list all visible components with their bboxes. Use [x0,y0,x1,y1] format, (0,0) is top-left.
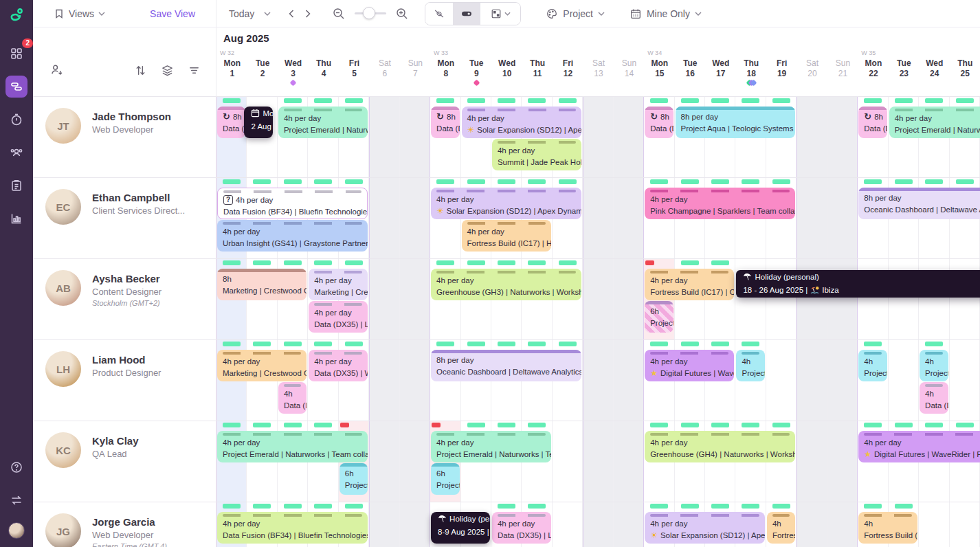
sidebar-item-dashboard[interactable]: 2 [5,43,27,65]
block-hours: 4h per day [498,145,535,156]
prev-period-button[interactable] [289,10,294,18]
capacity-tick [895,423,913,427]
person-role: Web Developer [92,530,167,540]
capacity-tick [681,260,699,265]
block-stripe [217,107,245,110]
schedule-block[interactable]: 4h per dayFortress Build (IC17) | Cre [645,269,734,300]
capacity-tick [314,423,332,427]
holiday-block[interactable]: Mov2 Aug | I [244,107,272,138]
person-row[interactable]: KCKyla ClayQA Lead [33,421,216,502]
schedule-block[interactable]: ↻8hData (DX35) [431,107,459,138]
schedule-block[interactable]: 4h per day☀Solar Expansion (SD12) | Apex… [462,107,582,138]
schedule-block[interactable]: 8h per dayProject Aqua | Teologic System… [676,107,796,138]
person-role: Web Developer [92,124,171,135]
schedule-block[interactable]: ?4h per dayData Fusion (BF34) | Bluefin … [217,188,368,219]
capacity-tick [467,423,485,427]
schedule-block[interactable]: 4hProject A [858,350,887,381]
block-title: Data (DX35) | Lim [498,530,551,541]
schedule-block[interactable]: 4h per dayMarketing | Crestwood Co [217,350,307,381]
sidebar-item-reports[interactable] [5,208,27,230]
person-row[interactable]: ABAysha BeckerContent DesignerStockholm … [33,258,216,339]
schedule-block[interactable]: 4hProject A [920,350,948,381]
schedule-block[interactable]: 4h per dayGreenhouse (GH3) | Naturworks … [431,269,581,300]
schedule-block[interactable]: 4hFortress Build (IC [858,512,917,544]
schedule-block[interactable]: 4h per dayData (DX35) | Lim [309,301,368,333]
day-cell [797,421,827,502]
schedule-block[interactable]: ↻8hData (DX35) [217,107,245,138]
schedule-block[interactable]: 4h per day☀Solar Expansion (SD12) | Apex… [431,188,581,219]
compact-blocks-toggle[interactable] [453,3,480,25]
sidebar-item-schedule[interactable] [5,76,27,98]
user-avatar[interactable] [8,522,25,539]
zoom-out-icon[interactable] [333,8,345,20]
filter-icon[interactable] [188,64,201,77]
block-line-1: 4h per day [858,436,980,448]
schedule-block[interactable]: 4hData (DX35) [278,382,307,414]
schedule-block[interactable]: 4h per dayFortress Build (IC17) | Heli [462,220,551,252]
sidebar-item-time-tracking[interactable] [5,109,27,131]
day-cell [553,421,583,502]
schedule-block[interactable]: 8hMarketing | Crestwood Co [217,269,307,300]
sidebar-item-people[interactable] [5,142,27,164]
week-label [676,49,705,58]
block-stripe [223,433,362,436]
mine-only-dropdown[interactable]: Mine Only [630,8,702,20]
person-row[interactable]: JTJade ThompsonWeb Developer [33,96,216,177]
block-line-1: 4h [858,355,887,367]
block-stripe [645,107,673,110]
zoom-slider-knob[interactable] [363,7,375,19]
zoom-slider[interactable] [355,12,386,14]
save-view-button[interactable]: Save View [150,8,195,19]
repeat-icon: ↻ [864,113,871,121]
layers-icon[interactable] [161,64,174,77]
add-person-icon[interactable] [49,63,64,77]
block-line-1: 4h [767,517,795,529]
capacity-tick [284,342,302,346]
grid-layout-dropdown[interactable] [480,3,520,25]
block-line-2: 2 Aug | I [244,120,272,133]
person-row[interactable]: LHLiam HoodProduct Designer [33,339,216,421]
schedule-block[interactable]: 4h per dayData (DX35) | Lim [492,512,551,544]
links-off-toggle[interactable] [425,3,453,25]
schedule-block[interactable]: ↻8hData (DX35) [858,107,887,138]
schedule-block[interactable]: 4h per dayProject Emerald | Naturworks |… [431,431,551,462]
schedule-block[interactable]: 4h per dayMarketing | Crest [309,269,368,300]
schedule-block[interactable]: 4hProject A [736,350,764,381]
capacity-tick [559,260,577,265]
schedule-block[interactable]: 4h per dayData (DX35) | Wa [309,350,368,381]
schedule-block[interactable]: 4h per day★Digital Futures | WaveR [645,350,734,381]
block-line-2: Data (DX35) [431,122,459,134]
color-by-project-dropdown[interactable]: Project [546,8,605,20]
schedule-block[interactable]: 4h per dayGreenhouse (GH4) | Naturworks … [645,431,795,462]
schedule-block[interactable]: 4h per day★Digital Futures | WaveRider |… [858,431,980,462]
switch-account-icon[interactable] [5,489,27,511]
schedule-block[interactable]: 4hFortress [767,512,795,544]
zoom-in-icon[interactable] [396,8,408,20]
today-dropdown[interactable]: Today [229,8,271,19]
schedule-block[interactable]: ↻8hData (DX35) [645,107,673,138]
schedule-block[interactable]: 4h per dayProject Emerald | Naturwo [278,107,368,138]
schedule-block[interactable]: 4hData (DX35) [920,382,948,414]
views-dropdown[interactable]: Views [54,8,105,19]
schedule-block[interactable]: 6hProject E [645,301,673,333]
schedule-block[interactable]: 4h per daySummit | Jade Peak Holdin [492,139,581,170]
schedule-block[interactable]: 4h per dayProject Emerald | Naturworks |… [217,431,368,462]
schedule-block[interactable]: 6hProject A [431,463,459,495]
person-row[interactable]: JGJorge GarciaWeb DeveloperEastern Time … [33,502,216,547]
schedule-block[interactable]: 8h per dayOceanic Dashboard | Deltawave … [858,188,980,219]
schedule-block[interactable]: 6hProject A [339,463,368,495]
schedule-block[interactable]: 4h per dayPink Champagne | Sparklers | T… [645,188,795,219]
holiday-block[interactable]: Holiday (perso8-9 Aug 2025 | W [431,512,490,544]
schedule-block[interactable]: 4h per dayData Fusion (BF34) | Bluefin T… [217,512,368,544]
help-icon[interactable] [5,456,27,478]
schedule-block[interactable]: 4h per dayUrban Insight (GS41) | Graysto… [217,220,368,252]
sort-icon[interactable] [134,64,147,77]
schedule-block[interactable]: 4h per dayProject Emerald | Naturworks [889,107,980,138]
sidebar-item-projects[interactable] [5,175,27,197]
person-row[interactable]: ECEthan CampbellClient Services Direct..… [33,177,216,258]
next-period-button[interactable] [305,10,311,18]
schedule-block[interactable]: 4h per day☀Solar Expansion (SD12) | Apex… [645,512,765,544]
schedule-block[interactable]: 8h per dayOceanic Dashboard | Deltawave … [431,350,581,381]
block-stripe [858,107,887,110]
block-subtitle: 18 - 26 Aug 2025 | [743,284,808,296]
